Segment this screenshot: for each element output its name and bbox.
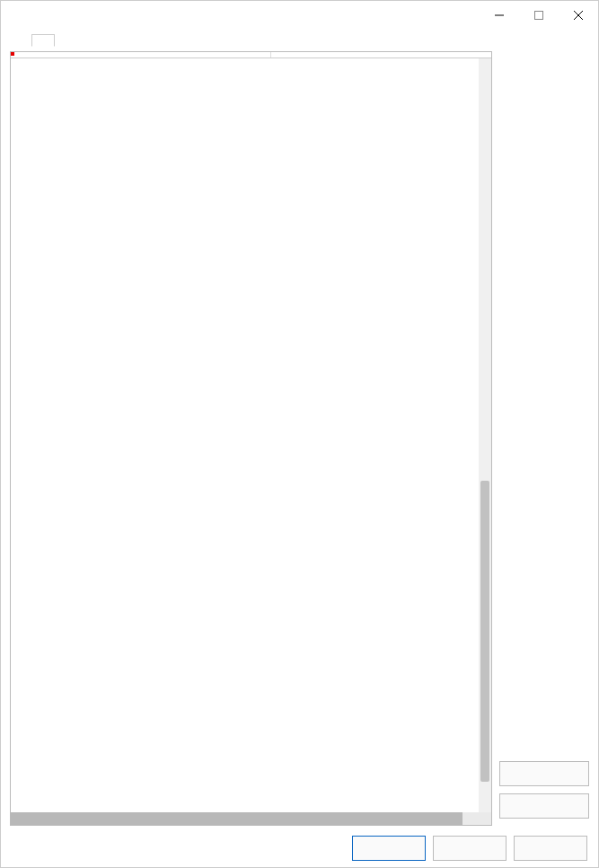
svg-rect-1 <box>535 12 543 20</box>
cancel-button[interactable] <box>433 836 507 861</box>
dialog-footer <box>1 829 598 867</box>
vertical-scrollbar[interactable] <box>479 58 491 812</box>
column-header-variable[interactable] <box>11 52 271 58</box>
save-button[interactable] <box>499 793 589 819</box>
close-button[interactable] <box>559 1 598 30</box>
maximize-button[interactable] <box>519 1 559 30</box>
horizontal-scrollbar[interactable] <box>11 812 491 825</box>
scrollbar-thumb[interactable] <box>480 481 489 783</box>
ok-button[interactable] <box>352 836 426 861</box>
tab-common[interactable] <box>8 33 31 46</box>
app-window <box>0 0 599 868</box>
tab-colors[interactable] <box>55 33 78 46</box>
tab-bar <box>1 30 598 46</box>
column-header-value[interactable] <box>271 52 491 58</box>
reset-button[interactable] <box>514 836 587 861</box>
property-grid-header <box>11 52 491 58</box>
titlebar <box>1 1 598 30</box>
scrollbar-thumb[interactable] <box>11 812 462 825</box>
minimize-button[interactable] <box>480 1 519 30</box>
tab-visualization[interactable] <box>78 33 101 46</box>
tab-inputs[interactable] <box>31 34 55 47</box>
load-button[interactable] <box>499 761 589 786</box>
property-grid <box>10 51 492 826</box>
side-buttons <box>499 51 589 826</box>
